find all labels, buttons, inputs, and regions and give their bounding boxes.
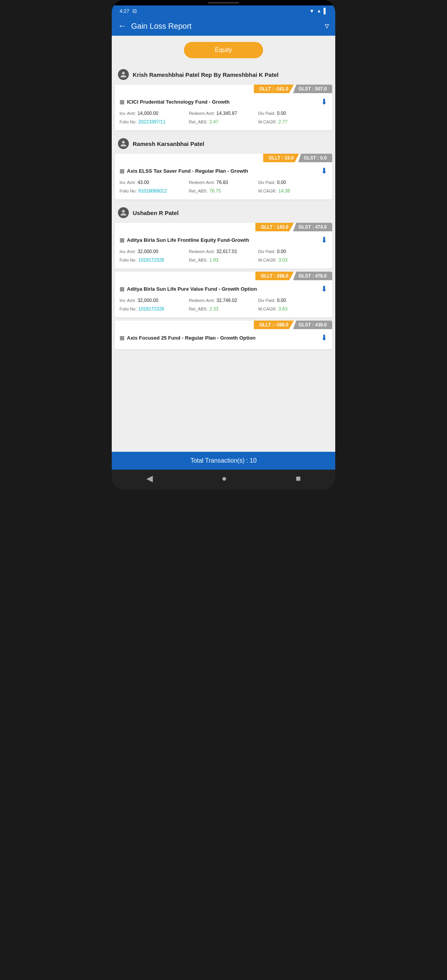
doc-icon-3b: ▦ [120,286,125,292]
inv-amt-label-3b: Inv. Amt: [120,298,136,303]
retabs-item: Ret_ABS: 2.47 [189,118,258,125]
fund-card: GLLT : -161.0 GLST : 507.0 ▦ ICICI Prude… [115,85,332,130]
doc-icon-3c: ▦ [120,335,125,341]
div-label-2: Div Paid: [258,180,275,185]
fund-card-2: GLLT : 33.0 GLST : 0.0 ▦ Axis ELSS Tax S… [115,154,332,199]
div-item-3a: Div Paid: 0.00 [258,248,327,255]
inv-amt-item: Inv. Amt: 14,000.00 [120,109,189,116]
fund-card-inner-3a: ▦ Aditya Birla Sun Life Frontline Equity… [115,231,332,269]
download-button[interactable]: ⬇ [321,97,327,106]
redeem-label-2: Redeem Amt: [189,180,215,185]
fund-card-inner-2: ▦ Axis ELSS Tax Saver Fund - Regular Pla… [115,162,332,199]
download-button-3a[interactable]: ⬇ [321,235,327,245]
back-button[interactable]: ← [118,21,126,31]
folio-number-2[interactable]: 91018068012 [138,188,166,194]
gllt-glst-bar-3a: GLLT : 143.0 GLST : 474.0 [115,223,332,231]
redeem-item-3a: Redeem Amt: 32,617.01 [189,248,258,255]
folio-number-3b[interactable]: 1018172326 [138,306,164,312]
retabs-number: 2.47 [209,119,218,125]
inv-amt-number-3a: 32,000.00 [137,249,158,254]
investor-header-3: Ushaben R Patel [112,203,335,221]
investor-section: Krish Rameshbhai Patel Rep By Rameshbhai… [112,64,335,130]
redeem-number-3b: 32,746.02 [217,298,237,303]
investor-section-3: Ushaben R Patel GLLT : 143.0 GLST : 474.… [112,203,335,349]
phone-frame: 4:27 ⊟ ▼ ▲ ▌ ← Gain Loss Report ▿ Equity… [112,0,335,490]
folio-label-3a: Folio No: [120,258,137,262]
nav-home-button[interactable]: ● [222,474,227,484]
inv-amt-label-2: Inv. Amt: [120,180,136,185]
inv-amt-number-2: 43.00 [137,180,149,185]
investor-name-3: Ushaben R Patel [133,210,178,216]
fund-details-row-3a-2: Folio No: 1018172326 Ret_ABS: 1.93 W.CAG… [120,256,327,263]
inv-amt-label: Inv. Amt: [120,111,136,116]
gllt-badge-3a: GLLT : 143.0 [255,223,294,231]
div-item: Div Paid: 0.00 [258,109,327,116]
redeem-number-2: 76.83 [217,180,228,185]
investor-header-2: Ramesh Karsanbhai Patel [112,134,335,152]
nav-square-button[interactable]: ■ [296,474,301,484]
div-number-3a: 0.00 [277,249,286,254]
investor-header: Krish Rameshbhai Patel Rep By Rameshbhai… [112,64,335,83]
investor-name: Krish Rameshbhai Patel Rep By Rameshbhai… [133,71,279,78]
filter-icon[interactable]: ▿ [325,21,329,31]
gllt-badge: GLLT : -161.0 [254,85,294,93]
retabs-label-2: Ret_ABS: [189,189,208,193]
doc-icon-2: ▦ [120,168,125,174]
status-left: 4:27 ⊟ [120,8,137,14]
fund-card-3a: GLLT : 143.0 GLST : 474.0 ▦ Aditya Birla… [115,223,332,269]
fund-name-3c: Axis Focused 25 Fund - Regular Plan - Gr… [127,335,318,341]
wcagr-number-3a: 3.03 [278,257,287,263]
folio-label-3b: Folio No: [120,307,137,311]
wcagr-number: 2.77 [278,119,287,125]
div-label-3b: Div Paid: [258,298,275,303]
gllt-glst-bar: GLLT : -161.0 GLST : 507.0 [115,85,332,93]
fund-details-row-4: Folio No: 91018068012 Ret_ABS: 76.75 W.C… [120,187,327,194]
folio-number-3a[interactable]: 1018172326 [138,257,164,263]
doc-icon: ▦ [120,99,125,105]
retabs-item-3b: Ret_ABS: 2.33 [189,305,258,312]
fund-title-row: ▦ ICICI Prudential Technology Fund - Gro… [120,97,327,106]
wcagr-item: W.CAGR: 2.77 [258,118,327,125]
retabs-number-2: 76.75 [209,188,221,194]
nav-back-button[interactable]: ◀ [146,474,153,484]
fund-details-row-3a: Inv. Amt: 32,000.00 Redeem Amt: 32,617.0… [120,248,327,255]
gllt-badge-3c: GLLT : -398.0 [254,321,294,329]
nav-bar: ◀ ● ■ [112,470,335,490]
div-item-3b: Div Paid: 0.00 [258,297,327,304]
div-label-3a: Div Paid: [258,249,275,254]
glst-badge-3a: GLST : 474.0 [293,223,332,231]
fund-card-inner: ▦ ICICI Prudential Technology Fund - Gro… [115,93,332,130]
retabs-number-3b: 2.33 [209,306,218,312]
folio-item: Folio No: 20223397/11 [120,118,189,125]
fund-details-row-3b: Inv. Amt: 32,000.00 Redeem Amt: 32,746.0… [120,297,327,304]
battery-icon: ▌ [324,8,327,14]
div-number: 0.00 [277,111,286,116]
inv-amt-item-3b: Inv. Amt: 32,000.00 [120,297,189,304]
redeem-item-2: Redeem Amt: 76.83 [189,179,258,186]
download-button-3c[interactable]: ⬇ [321,333,327,342]
total-transactions-bar: Total Transaction(s) : 10 [112,452,335,470]
avatar [118,69,129,80]
fund-name: ICICI Prudential Technology Fund - Growt… [127,99,318,105]
gllt-badge-2: GLLT : 33.0 [263,154,299,162]
div-label: Div Paid: [258,111,275,116]
div-number-3b: 0.00 [277,298,286,303]
fund-details-row: Inv. Amt: 14,000.00 Redeem Amt: 14,345.8… [120,109,327,116]
fund-details-row-3: Inv. Amt: 43.00 Redeem Amt: 76.83 Div Pa… [120,179,327,186]
fund-title-row-3b: ▦ Aditya Birla Sun Life Pure Value Fund … [120,284,327,293]
gllt-glst-bar-3c: GLLT : -398.0 GLST : 439.0 [115,321,332,329]
wcagr-item-3b: W.CAGR: 3.63 [258,305,327,312]
fund-name-2: Axis ELSS Tax Saver Fund - Regular Plan … [127,168,318,174]
folio-item-2: Folio No: 91018068012 [120,187,189,194]
speaker-line [208,2,239,3]
equity-button[interactable]: Equity [184,42,263,58]
download-button-3b[interactable]: ⬇ [321,284,327,293]
wcagr-label-3a: W.CAGR: [258,258,277,262]
folio-number[interactable]: 20223397/11 [138,119,165,125]
fund-details-row-2: Folio No: 20223397/11 Ret_ABS: 2.47 W.CA… [120,118,327,125]
download-button-2[interactable]: ⬇ [321,166,327,175]
glst-badge-3b: GLST : 478.0 [293,272,332,280]
fund-name-3a: Aditya Birla Sun Life Frontline Equity F… [127,237,318,243]
status-right: ▼ ▲ ▌ [309,8,327,14]
wifi-icon: ▼ [309,8,314,14]
